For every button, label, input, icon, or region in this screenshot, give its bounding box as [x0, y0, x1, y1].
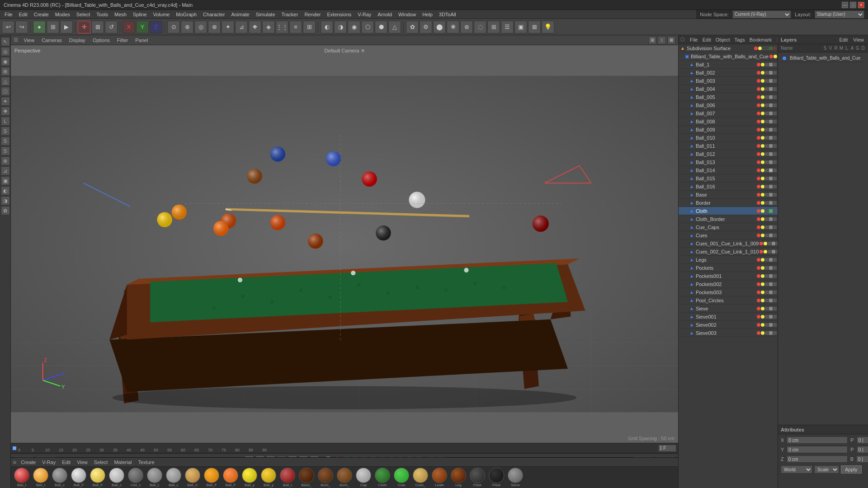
scale-mode-select[interactable]: Scale	[814, 465, 839, 474]
tree-item-ball008[interactable]: ▲Ball_008	[679, 117, 778, 126]
viewport-menu-view[interactable]: View	[22, 37, 37, 44]
object-tree[interactable]: ▲ Subdivision Surface ▣ Billiard_Table_w…	[679, 44, 778, 488]
tree-item-legs[interactable]: ▲Legs	[679, 256, 778, 264]
tree-item-table[interactable]: ▣ Billiard_Table_with_Balls_and_Cue	[679, 52, 778, 61]
mat-menu-select[interactable]: Select	[92, 459, 110, 466]
mat-menu-material[interactable]: Material	[112, 459, 133, 466]
material-ball-c2[interactable]: Ball_c	[108, 468, 126, 487]
toolbar-xaxis[interactable]: X	[123, 21, 135, 33]
material-plast2[interactable]: Plast	[487, 468, 505, 487]
toolbar-prop4[interactable]: ⋮⋮	[276, 21, 288, 33]
toolbar-prop1[interactable]: ⊿	[235, 21, 248, 33]
material-leath[interactable]: Leath	[430, 468, 448, 487]
material-ball-t3[interactable]: Ball_t	[278, 468, 297, 487]
attr-input-px[interactable]	[857, 436, 868, 444]
tree-item-subdivision[interactable]: ▲ Subdivision Surface	[679, 44, 778, 52]
apply-button[interactable]: Apply	[841, 465, 862, 474]
toolbar-b10[interactable]: ⊠	[528, 21, 541, 33]
menu-character[interactable]: Character	[200, 11, 227, 18]
tree-item-pockets[interactable]: ▲Pockets	[679, 264, 778, 272]
left-tool-point[interactable]: ◎	[1, 47, 10, 56]
material-bord2[interactable]: Bord_	[335, 468, 354, 487]
maximize-button[interactable]: □	[850, 2, 856, 8]
viewport-menu-options[interactable]: Options	[91, 37, 112, 44]
toolbar-move[interactable]: ✛	[78, 21, 90, 33]
viewport-icon-1[interactable]: ⊞	[648, 36, 656, 44]
viewport-menu-display[interactable]: Display	[67, 37, 87, 44]
menu-select[interactable]: Select	[74, 11, 93, 18]
material-ball-t1[interactable]: Ball_t	[13, 468, 31, 487]
tree-item-ball009[interactable]: ▲Ball_009	[679, 126, 778, 134]
material-plast1[interactable]: Plast	[468, 468, 486, 487]
toolbar-light[interactable]: 💡	[542, 21, 554, 33]
tree-item-ball011[interactable]: ▲Ball_011	[679, 142, 778, 150]
tree-item-ball010[interactable]: ▲Ball_010	[679, 134, 778, 142]
tree-item-cues001[interactable]: ▲Cues_001_Cue_Link_1_009	[679, 239, 778, 248]
toolbar-scale[interactable]: ⊠	[91, 21, 104, 33]
menu-animate[interactable]: Animate	[228, 11, 252, 18]
tree-item-cue-caps[interactable]: ▲Cue_Caps	[679, 223, 778, 231]
left-tool-poly[interactable]: ⊞	[1, 67, 10, 76]
tree-item-cues[interactable]: ▲Cues	[679, 231, 778, 239]
left-tool-18[interactable]: ✿	[1, 206, 10, 215]
toolbar-prop5[interactable]: ≡	[289, 21, 302, 33]
menu-arnold[interactable]: Arnold	[375, 11, 395, 18]
toolbar-b4[interactable]: ❋	[447, 21, 459, 33]
tree-item-pockets003[interactable]: ▲Pockets003	[679, 288, 778, 296]
tree-item-pockets002[interactable]: ▲Pockets002	[679, 280, 778, 288]
toolbar-zaxis[interactable]: Z	[150, 21, 162, 33]
material-ball-y1[interactable]: Ball_y	[241, 468, 259, 487]
attr-input-y[interactable]	[787, 446, 848, 453]
toolbar-v3[interactable]: ◉	[348, 21, 360, 33]
timeline-playhead[interactable]	[13, 446, 16, 450]
tree-item-ball014[interactable]: ▲Ball_014	[679, 166, 778, 174]
material-leg[interactable]: Leg	[449, 468, 467, 487]
tree-item-ball005[interactable]: ▲Ball_005	[679, 93, 778, 101]
tree-item-pockets001[interactable]: ▲Pockets001	[679, 272, 778, 280]
minimize-button[interactable]: —	[842, 2, 848, 8]
toolbar-render[interactable]: ▶	[60, 21, 73, 33]
menu-tools[interactable]: Tools	[94, 11, 111, 18]
toolbar-b9[interactable]: ▣	[514, 21, 527, 33]
material-ball-f1[interactable]: Ball_F	[70, 468, 88, 487]
material-ball-y2[interactable]: Ball_y	[259, 468, 278, 487]
toolbar-live[interactable]: ●	[33, 21, 46, 33]
tree-item-sieve[interactable]: ▲Sieve	[679, 305, 778, 313]
menu-edit[interactable]: Edit	[16, 11, 30, 18]
obj-menu-tags[interactable]: Tags	[733, 37, 746, 43]
material-cloth[interactable]: Cloth	[373, 468, 392, 487]
menu-simulate[interactable]: Simulate	[253, 11, 278, 18]
left-tool-edge[interactable]: ◉	[1, 57, 10, 66]
menu-modes[interactable]: Modes	[52, 11, 73, 18]
tree-item-border[interactable]: ▲Border	[679, 199, 778, 207]
left-tool-13[interactable]: ⊗	[1, 156, 10, 165]
toolbar-b6[interactable]: ◌	[474, 21, 486, 33]
tree-item-ball016[interactable]: ▲Ball_016	[679, 183, 778, 191]
viewport-icon-2[interactable]: ↕	[658, 36, 666, 44]
toolbar-b8[interactable]: ☰	[501, 21, 514, 33]
tree-item-sieve001[interactable]: ▲Sieve001	[679, 313, 778, 321]
viewport[interactable]: ≡ View Cameras Display Options Filter Pa…	[11, 35, 678, 443]
tree-item-ball012[interactable]: ▲Ball_012	[679, 150, 778, 158]
toolbar-v6[interactable]: △	[388, 21, 401, 33]
material-bord1[interactable]: Bord_	[316, 468, 335, 487]
material-ball-f4[interactable]: Ball_F	[222, 468, 240, 487]
tree-item-ball006[interactable]: ▲Ball_006	[679, 101, 778, 109]
toolbar-rotate[interactable]: ↺	[105, 21, 118, 33]
material-cap[interactable]: Cap	[354, 468, 373, 487]
attr-input-x[interactable]	[787, 436, 848, 444]
viewport-icon-3[interactable]: ⊠	[667, 36, 675, 44]
mat-menu-texture[interactable]: Texture	[137, 459, 156, 466]
toolbar-redo[interactable]: ↪	[15, 21, 28, 33]
viewport-menu-cameras[interactable]: Cameras	[40, 37, 64, 44]
left-tool-6[interactable]: ⬡	[1, 87, 10, 96]
toolbar-prop6[interactable]: ⊞	[303, 21, 316, 33]
left-tool-5[interactable]: △	[1, 77, 10, 86]
viewport-hamburger[interactable]: ≡	[14, 35, 19, 45]
node-space-select[interactable]: Current (V-Ray)	[732, 10, 791, 19]
left-tool-10[interactable]: S	[1, 127, 10, 136]
close-button[interactable]: ✕	[858, 2, 864, 8]
tree-item-cloth-border[interactable]: ▲Cloth_Border	[679, 215, 778, 223]
material-ball-t2[interactable]: Ball_t	[32, 468, 50, 487]
toolbar-prop2[interactable]: ❖	[249, 21, 261, 33]
